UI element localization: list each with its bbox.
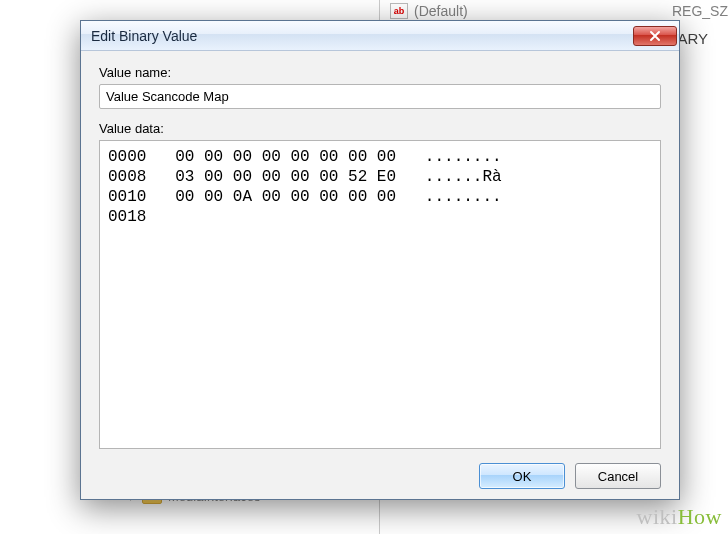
bg-list-row: ab (Default) REG_SZ — [390, 0, 728, 22]
cancel-button[interactable]: Cancel — [575, 463, 661, 489]
close-icon — [649, 30, 661, 42]
watermark-part2: How — [678, 504, 722, 529]
value-data-label: Value data: — [99, 121, 661, 136]
value-data-hex-editor[interactable] — [99, 140, 661, 449]
ok-button[interactable]: OK — [479, 463, 565, 489]
list-cell-name: (Default) — [414, 3, 468, 19]
clipped-text: ARY — [677, 30, 708, 47]
value-name-label: Value name: — [99, 65, 661, 80]
dialog-content: Value name: Value data: OK Cancel — [81, 51, 679, 499]
ok-button-label: OK — [513, 469, 532, 484]
dialog-title: Edit Binary Value — [91, 28, 197, 44]
value-name-input[interactable] — [99, 84, 661, 109]
list-cell-type: REG_SZ — [672, 3, 728, 19]
edit-binary-dialog: Edit Binary Value Value name: Value data… — [80, 20, 680, 500]
cancel-button-label: Cancel — [598, 469, 638, 484]
watermark-part1: wiki — [637, 504, 678, 529]
close-button[interactable] — [633, 26, 677, 46]
dialog-titlebar[interactable]: Edit Binary Value — [81, 21, 679, 51]
dialog-buttons: OK Cancel — [99, 461, 661, 489]
string-value-icon: ab — [390, 3, 408, 19]
watermark: wikiHow — [637, 504, 722, 530]
